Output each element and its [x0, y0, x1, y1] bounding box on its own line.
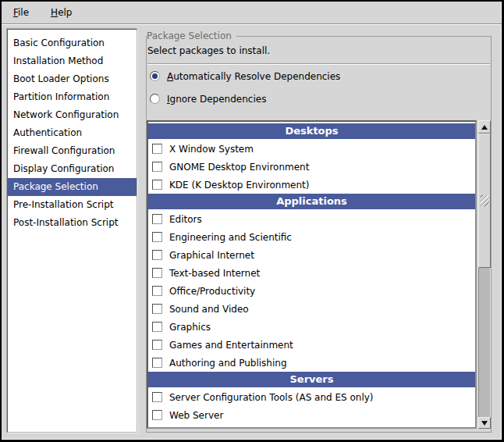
radio-dot-icon [152, 73, 158, 79]
menu-item-file[interactable]: File [9, 5, 33, 20]
sidebar-item-partition-information[interactable]: Partition Information [8, 88, 137, 106]
package-label: Graphical Internet [169, 250, 254, 261]
scroll-trough[interactable] [478, 268, 491, 417]
radio-ignore-dependencies[interactable]: Ignore Dependencies [150, 93, 266, 105]
kickstart-configurator-window: FileHelp Basic ConfigurationInstallation… [0, 0, 504, 442]
package-label: KDE (K Desktop Environment) [169, 180, 309, 191]
menubar: FileHelp [2, 2, 502, 23]
package-row-graphics[interactable]: Graphics [148, 318, 475, 336]
package-label: Web Server [169, 410, 223, 421]
checkbox-unchecked-icon[interactable] [152, 144, 162, 154]
package-row-office-productivity[interactable]: Office/Productivity [148, 282, 475, 300]
package-row-web-server[interactable]: Web Server [148, 406, 475, 424]
radio-unselected-icon[interactable] [150, 94, 160, 104]
package-label: Authoring and Publishing [169, 358, 287, 369]
package-list-box: DesktopsX Window SystemGNOME Desktop Env… [147, 120, 491, 429]
package-label: Server Configuration Tools (AS and ES on… [169, 392, 374, 403]
sidebar-item-installation-method[interactable]: Installation Method [8, 52, 137, 70]
sidebar-item-boot-loader-options[interactable]: Boot Loader Options [8, 70, 137, 88]
sidebar-item-pre-installation-script[interactable]: Pre-Installation Script [8, 196, 137, 214]
package-row-editors[interactable]: Editors [148, 210, 475, 228]
radio-automatically-resolve-dependencies[interactable]: Automatically Resolve Dependencies [150, 70, 340, 82]
package-label: GNOME Desktop Environment [169, 162, 309, 173]
package-label: Sound and Video [169, 304, 249, 315]
checkbox-unchecked-icon[interactable] [152, 304, 162, 314]
radio-label: Automatically Resolve Dependencies [167, 71, 340, 82]
package-label: Text-based Internet [169, 268, 260, 279]
thumb-grip-icon [481, 195, 489, 207]
horizontal-separator [147, 63, 490, 65]
scroll-thumb[interactable] [478, 134, 491, 268]
checkbox-unchecked-icon[interactable] [152, 180, 162, 190]
package-label: Games and Entertainment [169, 340, 293, 351]
radio-selected-icon[interactable] [150, 71, 160, 81]
arrow-down-icon [481, 421, 488, 426]
instruction-text: Select packages to install. [147, 45, 270, 56]
sidebar-item-display-configuration[interactable]: Display Configuration [8, 160, 137, 178]
checkbox-unchecked-icon[interactable] [152, 232, 162, 242]
checkbox-unchecked-icon[interactable] [152, 286, 162, 296]
package-list: DesktopsX Window SystemGNOME Desktop Env… [147, 120, 477, 429]
package-row-games-and-entertainment[interactable]: Games and Entertainment [148, 336, 475, 354]
checkbox-unchecked-icon[interactable] [152, 214, 162, 224]
package-row-kde-k-desktop-environment[interactable]: KDE (K Desktop Environment) [148, 176, 475, 194]
checkbox-unchecked-icon[interactable] [152, 392, 162, 402]
package-row-graphical-internet[interactable]: Graphical Internet [148, 246, 475, 264]
sidebar-category-list: Basic ConfigurationInstallation MethodBo… [7, 29, 137, 433]
package-label: Engineering and Scientific [169, 232, 292, 243]
sidebar-item-package-selection[interactable]: Package Selection [8, 178, 137, 196]
arrow-up-icon [481, 125, 488, 130]
sidebar-item-basic-configuration[interactable]: Basic Configuration [8, 34, 137, 52]
frame-title: Package Selection [147, 30, 236, 42]
package-label: Graphics [169, 322, 211, 333]
checkbox-unchecked-icon[interactable] [152, 322, 162, 332]
package-row-server-configuration-tools-as-and-es-only[interactable]: Server Configuration Tools (AS and ES on… [148, 388, 475, 406]
menubar-separator [2, 23, 502, 25]
checkbox-unchecked-icon[interactable] [152, 162, 162, 172]
checkbox-unchecked-icon[interactable] [152, 268, 162, 278]
sidebar-item-firewall-configuration[interactable]: Firewall Configuration [8, 142, 137, 160]
menu-item-help[interactable]: Help [47, 5, 76, 20]
package-row-sound-and-video[interactable]: Sound and Video [148, 300, 475, 318]
section-header-desktops: Desktops [148, 123, 475, 139]
section-header-applications: Applications [148, 194, 475, 209]
sidebar-item-authentication[interactable]: Authentication [8, 124, 137, 142]
package-selection-frame: Package Selection Select packages to ins… [146, 36, 492, 433]
package-row-engineering-and-scientific[interactable]: Engineering and Scientific [148, 228, 475, 246]
checkbox-unchecked-icon[interactable] [152, 340, 162, 350]
sidebar-item-post-installation-script[interactable]: Post-Installation Script [8, 214, 137, 232]
vertical-scrollbar[interactable] [478, 120, 491, 429]
package-row-x-window-system[interactable]: X Window System [148, 140, 475, 158]
package-label: Editors [169, 214, 202, 225]
section-header-servers: Servers [148, 372, 475, 387]
package-row-authoring-and-publishing[interactable]: Authoring and Publishing [148, 354, 475, 372]
package-row-text-based-internet[interactable]: Text-based Internet [148, 264, 475, 282]
scroll-down-button[interactable] [478, 417, 491, 429]
scroll-up-button[interactable] [478, 120, 491, 134]
checkbox-unchecked-icon[interactable] [152, 250, 162, 260]
checkbox-unchecked-icon[interactable] [152, 410, 162, 420]
package-label: Office/Productivity [169, 286, 255, 297]
sidebar-item-network-configuration[interactable]: Network Configuration [8, 106, 137, 124]
radio-label: Ignore Dependencies [167, 94, 266, 105]
package-row-gnome-desktop-environment[interactable]: GNOME Desktop Environment [148, 158, 475, 176]
package-label: X Window System [169, 144, 254, 155]
checkbox-unchecked-icon[interactable] [152, 358, 162, 368]
